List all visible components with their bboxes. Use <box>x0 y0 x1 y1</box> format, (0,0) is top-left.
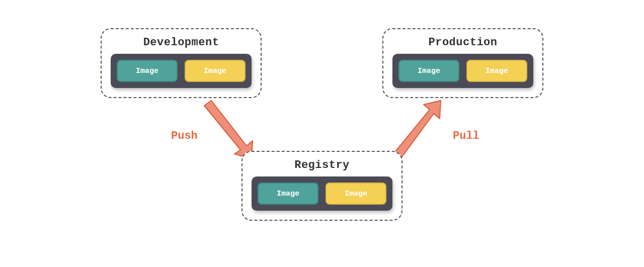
registry-title: Registry <box>252 159 392 171</box>
push-arrow <box>204 101 253 159</box>
production-image-tray: Image Image <box>392 54 533 88</box>
diagram-stage: Development Image Image Production Image… <box>0 0 644 267</box>
image-chip: Image <box>185 60 246 82</box>
production-environment: Production Image Image <box>382 28 543 98</box>
image-chip: Image <box>117 60 178 82</box>
image-chip: Image <box>258 183 318 205</box>
development-environment: Development Image Image <box>101 28 262 98</box>
image-chip: Image <box>326 183 386 205</box>
development-image-tray: Image Image <box>111 54 252 88</box>
development-title: Development <box>111 36 252 49</box>
pull-label: Pull <box>453 130 479 142</box>
image-chip: Image <box>398 60 459 82</box>
registry-image-tray: Image Image <box>252 176 392 211</box>
pull-arrow <box>393 101 441 159</box>
svg-marker-0 <box>204 101 253 159</box>
push-label: Push <box>171 130 198 142</box>
registry-environment: Registry Image Image <box>242 151 403 221</box>
flow-arrows <box>0 0 644 267</box>
image-chip: Image <box>466 60 527 82</box>
svg-marker-1 <box>393 101 441 159</box>
production-title: Production <box>392 36 533 49</box>
